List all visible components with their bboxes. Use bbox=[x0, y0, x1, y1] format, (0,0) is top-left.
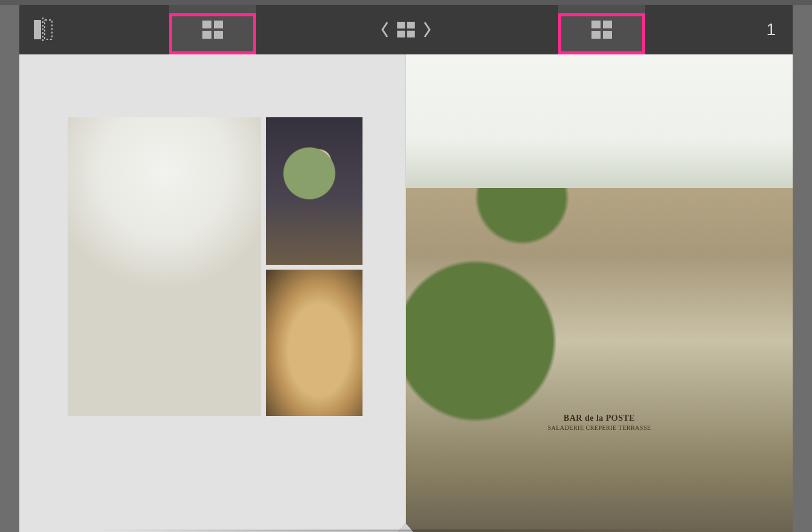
grid-icon bbox=[591, 21, 612, 39]
photo-slot[interactable] bbox=[266, 270, 362, 416]
left-page-layout-button[interactable] bbox=[169, 5, 256, 54]
svg-rect-5 bbox=[202, 31, 211, 39]
svg-rect-9 bbox=[397, 31, 405, 37]
svg-rect-14 bbox=[603, 31, 612, 39]
photo-slot[interactable] bbox=[266, 117, 362, 265]
grid-icon bbox=[202, 21, 223, 39]
svg-rect-3 bbox=[202, 21, 211, 28]
spread-nav bbox=[380, 5, 432, 54]
spread-overview-button[interactable] bbox=[397, 22, 415, 37]
svg-rect-0 bbox=[34, 20, 41, 39]
svg-rect-7 bbox=[397, 22, 405, 28]
next-spread-button[interactable] bbox=[422, 21, 432, 38]
right-page[interactable]: BAR de la POSTE SALADERIE CREPERIE TERRA… bbox=[406, 54, 793, 532]
left-page[interactable] bbox=[19, 54, 406, 532]
right-page-layout-button[interactable] bbox=[558, 5, 645, 54]
svg-rect-4 bbox=[214, 21, 223, 28]
book-spread: BAR de la POSTE SALADERIE CREPERIE TERRA… bbox=[19, 54, 793, 532]
svg-rect-2 bbox=[45, 20, 52, 39]
split-view-icon bbox=[33, 18, 53, 42]
svg-rect-10 bbox=[407, 31, 415, 37]
svg-rect-13 bbox=[591, 31, 601, 39]
spread-shadow bbox=[19, 530, 793, 532]
page-number: 1 bbox=[762, 20, 779, 39]
prev-spread-button[interactable] bbox=[380, 21, 390, 38]
split-view-button[interactable] bbox=[29, 16, 57, 44]
photo-text: SALADERIE CREPERIE TERRASSE bbox=[547, 424, 651, 431]
svg-rect-12 bbox=[603, 21, 612, 28]
editor-toolbar: 1 bbox=[19, 5, 793, 54]
svg-rect-6 bbox=[214, 31, 223, 39]
photo-slot[interactable] bbox=[68, 117, 261, 416]
svg-rect-11 bbox=[591, 21, 601, 28]
photo-slot[interactable] bbox=[406, 54, 793, 532]
svg-rect-8 bbox=[407, 22, 415, 28]
window-top-strip bbox=[0, 0, 812, 5]
photo-text: BAR de la POSTE bbox=[564, 414, 635, 423]
